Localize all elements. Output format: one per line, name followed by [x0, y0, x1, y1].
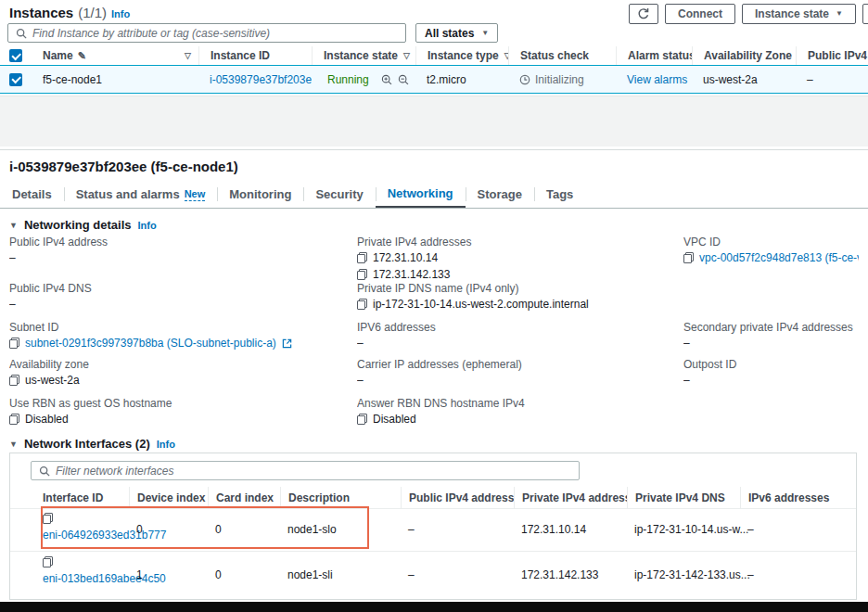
col-private-ipv4-address[interactable]: Private IPv4 address	[514, 487, 627, 508]
select-all-checkbox[interactable]	[9, 49, 22, 62]
detail-tabs: Details Status and alarms New Monitoring…	[0, 181, 868, 209]
instance-row[interactable]: f5-ce-node1 i-0539879e37bf203ee Running …	[0, 65, 868, 94]
interfaces-filter-input[interactable]	[56, 465, 571, 478]
interface-row-1[interactable]: eni-064926933ed31b777 0 0 node1-slo – 17…	[10, 508, 856, 551]
col-card-index[interactable]: Card index	[208, 487, 280, 508]
col-private-ipv4-dns[interactable]: Private IPv4 DNS	[627, 487, 740, 508]
col-status-check[interactable]: Status check	[508, 46, 616, 65]
col-public-ipv4-address[interactable]: Public IPv4 address	[401, 487, 514, 508]
networking-details-info-link[interactable]: Info	[138, 220, 157, 231]
cell-private-dns: ip-172-31-10-14.us-w...	[627, 508, 740, 551]
sort-icon[interactable]: ▽	[499, 51, 508, 60]
cell-ipv6: –	[740, 552, 856, 597]
instances-table-header: Name ✎ ▽ Instance ID Instance state ▽ In…	[0, 46, 868, 66]
col-alarm-status[interactable]: Alarm status	[616, 46, 692, 65]
panel-gap	[0, 96, 868, 147]
cell-status-check: Initializing	[508, 66, 616, 93]
cell-interface-id: eni-013bed169abee4c50	[10, 552, 129, 597]
collapse-icon[interactable]: ▼	[9, 440, 18, 449]
actions-button[interactable]: Actions ▼	[862, 4, 868, 24]
refresh-button[interactable]	[629, 4, 658, 24]
vpc-id-link[interactable]: vpc-00d57f2c948d7e813 (f5-ce-vpc-vpc)	[699, 251, 859, 264]
field-private-ipv4-addresses: Private IPv4 addresses 172.31.10.14 172.…	[357, 236, 683, 282]
cell-instance-type: t2.micro	[415, 66, 508, 93]
copy-icon[interactable]	[683, 252, 694, 263]
col-name[interactable]: Name ✎ ▽	[32, 46, 198, 65]
external-link-icon[interactable]	[282, 338, 292, 349]
detail-title: i-0539879e37bf203ee (f5-ce-node1)	[9, 159, 238, 174]
cell-instance-id: i-0539879e37bf203ee	[198, 66, 312, 93]
copy-icon[interactable]	[357, 269, 367, 280]
instance-state-button[interactable]: Instance state ▼	[742, 4, 856, 24]
network-interfaces-info-link[interactable]: Info	[157, 439, 175, 450]
interface-row-2[interactable]: eni-013bed169abee4c50 1 0 node1-sli – 17…	[10, 551, 856, 597]
sort-icon[interactable]: ▽	[179, 51, 191, 60]
copy-icon[interactable]	[357, 414, 367, 425]
clock-icon	[519, 74, 530, 85]
tab-storage[interactable]: Storage	[466, 181, 534, 208]
col-public-ipv4-dns[interactable]: Public IPv4 DN	[796, 46, 868, 65]
field-private-ip-dns-name: Private IP DNS name (IPv4 only) ip-172-3…	[357, 282, 683, 321]
cell-description: node1-sli	[280, 552, 401, 597]
subnet-id-link[interactable]: subnet-0291f3c997397b8ba (SLO-subnet-pub…	[25, 337, 276, 350]
cell-public-ipv4-dns: –	[796, 66, 868, 93]
copy-icon[interactable]	[357, 252, 367, 263]
connect-button[interactable]: Connect	[665, 4, 735, 24]
col-description[interactable]: Description	[280, 487, 401, 508]
tab-monitoring[interactable]: Monitoring	[217, 181, 303, 208]
networking-details-grid: Public IPv4 address – Private IPv4 addre…	[9, 236, 859, 436]
col-ipv6-addresses[interactable]: IPv6 addresses	[740, 487, 856, 508]
copy-icon[interactable]	[9, 338, 19, 349]
network-interfaces-card: Interface ID Device index Card index Des…	[9, 453, 857, 600]
copy-icon[interactable]	[357, 299, 367, 310]
row-checkbox-cell	[0, 66, 32, 93]
field-subnet-id: Subnet ID subnet-0291f3c997397b8ba (SLO-…	[9, 321, 357, 358]
eni-link[interactable]: eni-013bed169abee4c50	[43, 572, 128, 585]
col-device-index[interactable]: Device index	[129, 487, 208, 508]
instances-panel-title: Instances (1/1) Info	[9, 5, 130, 20]
tab-networking[interactable]: Networking	[376, 181, 466, 208]
col-instance-state[interactable]: Instance state ▽	[312, 46, 415, 65]
zoom-in-icon[interactable]	[381, 74, 392, 85]
cell-name: f5-ce-node1	[32, 66, 198, 93]
state-filter-select[interactable]: All states ▼	[415, 23, 498, 43]
networking-details-heading: ▼ Networking details Info	[9, 218, 157, 232]
row-checkbox[interactable]	[9, 73, 22, 86]
copy-icon[interactable]	[43, 513, 53, 524]
interfaces-table-header: Interface ID Device index Card index Des…	[10, 487, 856, 509]
sort-icon[interactable]: ▽	[398, 51, 410, 60]
search-icon	[16, 28, 27, 39]
field-public-ipv4-address: Public IPv4 address –	[9, 236, 357, 282]
instances-search-input[interactable]	[32, 27, 398, 40]
tab-details[interactable]: Details	[0, 181, 64, 208]
interfaces-filter	[31, 461, 580, 480]
copy-icon[interactable]	[9, 375, 19, 386]
cell-card-index: 0	[208, 552, 280, 597]
col-interface-id[interactable]: Interface ID	[10, 487, 129, 508]
col-instance-id[interactable]: Instance ID	[198, 46, 312, 65]
col-availability-zone[interactable]: Availability Zone ▽	[692, 46, 796, 65]
tab-tags[interactable]: Tags	[534, 181, 585, 208]
cell-instance-state: Running	[312, 66, 415, 93]
copy-icon[interactable]	[43, 556, 53, 567]
field-vpc-id: VPC ID vpc-00d57f2c948d7e813 (f5-ce-vpc-…	[683, 236, 859, 282]
field-carrier-ip-addresses: Carrier IP addresses (ephemeral) –	[357, 358, 683, 397]
view-alarms-link[interactable]: View alarms	[627, 73, 687, 86]
cell-alarm-status: View alarms +	[616, 66, 692, 93]
cell-device-index: 1	[129, 552, 208, 597]
taskbar-strip	[0, 602, 868, 612]
copy-icon[interactable]	[9, 414, 19, 425]
eni-link[interactable]: eni-064926933ed31b777	[43, 529, 128, 542]
instances-info-link[interactable]: Info	[111, 8, 130, 19]
cell-public-ipv4: –	[401, 508, 514, 551]
tab-security[interactable]: Security	[303, 181, 375, 208]
instance-id-link[interactable]: i-0539879e37bf203ee	[210, 73, 312, 86]
field-use-rbn-hostname: Use RBN as guest OS hostname Disabled	[9, 397, 357, 436]
cell-device-index: 0	[129, 508, 208, 551]
refresh-icon	[637, 7, 650, 20]
zoom-out-icon[interactable]	[398, 74, 409, 85]
collapse-icon[interactable]: ▼	[9, 221, 18, 230]
col-instance-type[interactable]: Instance type ▽	[415, 46, 508, 65]
new-badge: New	[185, 188, 206, 201]
tab-status-and-alarms[interactable]: Status and alarms New	[64, 181, 218, 208]
